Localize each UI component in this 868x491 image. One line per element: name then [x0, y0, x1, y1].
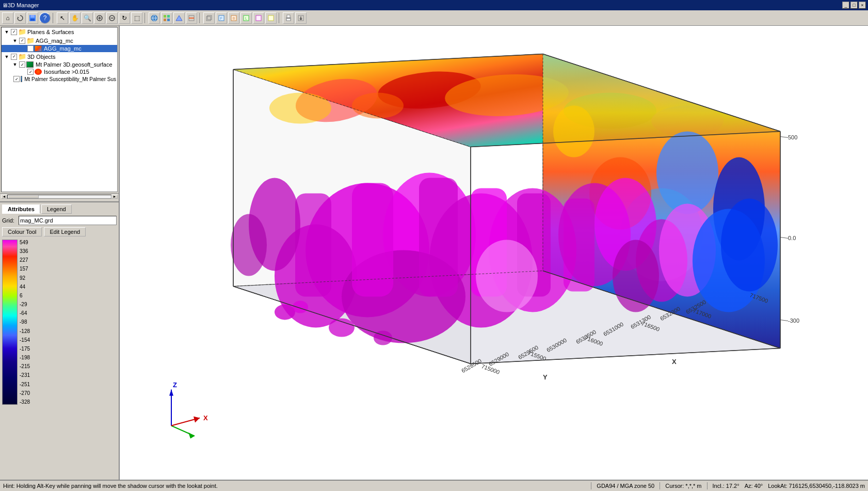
export-btn[interactable] [295, 12, 307, 24]
tree-item-agg1[interactable]: ▼ 📁 AGG_mag_mc [2, 36, 117, 45]
legend-val-1: 336 [20, 248, 30, 254]
svg-point-81 [721, 199, 778, 292]
edit-legend-btn[interactable]: Edit Legend [44, 227, 86, 236]
status-lookat: LookAt: 716125,6530450,-118.8023 m [768, 483, 865, 489]
checkbox-agg2[interactable] [27, 45, 34, 52]
tree-item-agg2[interactable]: AGG_mag_mc [2, 45, 117, 52]
help-btn[interactable]: ? [39, 12, 51, 24]
legend-val-11: -154 [20, 337, 30, 343]
tree-item-susceptibility[interactable]: Mt Palmer Susceptibility_Mt Palmer Sus [2, 75, 117, 83]
folder-planes-icon: 📁 [18, 28, 26, 36]
tree-item-mtpalmer[interactable]: ▼ Mt Palmer 3D.geosoft_surface [2, 61, 117, 68]
tab-legend[interactable]: Legend [41, 204, 72, 214]
grid-input[interactable] [19, 216, 117, 225]
app-icon: 🖥 [2, 2, 8, 8]
sep1 [53, 13, 55, 23]
svg-rect-3 [30, 19, 35, 21]
minimize-btn[interactable]: _ [842, 2, 849, 9]
svg-point-74 [329, 319, 355, 337]
rotate-btn[interactable]: ↻ [119, 12, 130, 24]
back-btn[interactable]: B [228, 12, 239, 24]
h-scrollbar[interactable]: ◄ ► [0, 193, 119, 199]
svg-point-69 [231, 214, 267, 276]
surface-btn[interactable] [173, 12, 185, 24]
status-incl: Incl.: 17.2° [713, 483, 740, 489]
refresh-btn[interactable] [14, 12, 26, 24]
window-controls[interactable]: _ □ × [842, 2, 866, 9]
maximize-btn[interactable]: □ [850, 2, 858, 9]
mtpalmer-label: Mt Palmer 3D.geosoft_surface [36, 61, 112, 68]
status-divider-2 [660, 482, 660, 489]
grid-btn[interactable] [161, 12, 172, 24]
checkbox-planes[interactable] [11, 29, 17, 35]
tree-area[interactable]: ▼ 📁 Planes & Surfaces ▼ 📁 AGG_mag_mc AGG… [1, 27, 118, 192]
svg-text:-300: -300 [788, 318, 799, 324]
svg-rect-12 [164, 15, 166, 18]
view-area[interactable]: 500 0.0 -300 6528500 6529000 6529500 653… [120, 26, 868, 480]
plane-icon [35, 45, 42, 52]
zoom-in-btn[interactable] [94, 12, 105, 24]
slice-btn[interactable] [186, 12, 197, 24]
scroll-right-btn[interactable]: ► [111, 195, 118, 199]
close-btn[interactable]: × [859, 2, 866, 9]
expand-iso-icon [20, 69, 26, 75]
left-panel: ▼ 📁 Planes & Surfaces ▼ 📁 AGG_mag_mc AGG… [0, 26, 120, 480]
tab-attributes[interactable]: Attributes [2, 204, 40, 214]
legend-val-4: 92 [20, 275, 30, 281]
svg-rect-14 [164, 19, 166, 21]
checkbox-iso[interactable] [27, 69, 34, 75]
legend-val-16: -251 [20, 382, 30, 387]
svg-point-76 [476, 240, 538, 312]
svg-point-54 [553, 106, 594, 157]
iso-icon [35, 69, 42, 75]
svg-rect-19 [206, 17, 211, 21]
svg-point-72 [275, 305, 295, 320]
zoom-out-btn[interactable] [106, 12, 118, 24]
box-btn[interactable] [203, 12, 215, 24]
svg-text:B: B [233, 17, 235, 20]
surface-icon [26, 61, 34, 68]
print-btn[interactable] [283, 12, 294, 24]
colour-tool-btn[interactable]: Colour Tool [2, 227, 42, 236]
front-btn[interactable]: F [216, 12, 227, 24]
svg-rect-31 [286, 19, 291, 21]
hand-btn[interactable]: ✋ [69, 12, 81, 24]
status-bar: Hint: Holding Alt-Key while panning will… [0, 480, 868, 491]
legend-val-0: 549 [20, 240, 30, 245]
checkbox-3d[interactable] [11, 54, 17, 60]
agg1-label: AGG_mag_mc [36, 38, 73, 44]
svg-rect-20 [207, 15, 212, 20]
sep3 [199, 13, 201, 23]
svg-text:X: X [672, 358, 677, 366]
svg-text:F: F [220, 17, 222, 20]
cursor-btn[interactable]: ↖ [57, 12, 68, 24]
left-btn[interactable]: L [240, 12, 252, 24]
select-btn[interactable]: ⬚ [131, 12, 142, 24]
legend-labels: 549 336 227 157 92 44 6 -29 -64 -98 -128… [20, 240, 30, 405]
zoom-window-btn[interactable]: 🔍 [82, 12, 93, 24]
svg-text:Y: Y [543, 373, 548, 381]
checkbox-susc[interactable] [13, 76, 20, 82]
h-scroll-thumb[interactable] [8, 195, 39, 198]
expand-mtpalmer-icon: ▼ [12, 61, 18, 68]
home-btn[interactable]: ⌂ [2, 12, 13, 24]
tree-section-3d[interactable]: ▼ 📁 3D Objects [2, 52, 117, 61]
window-title: 3D Manager [8, 2, 842, 8]
planes-label: Planes & Surfaces [27, 29, 74, 35]
legend-val-10: -128 [20, 328, 30, 334]
h-scroll-track[interactable] [7, 195, 111, 199]
globe-btn[interactable] [149, 12, 160, 24]
top-btn[interactable] [265, 12, 277, 24]
susc-label: Mt Palmer Susceptibility_Mt Palmer Sus [24, 76, 116, 82]
tree-section-planes[interactable]: ▼ 📁 Planes & Surfaces [2, 27, 117, 36]
save-btn[interactable] [27, 12, 38, 24]
svg-rect-63 [352, 183, 393, 297]
right-btn[interactable] [253, 12, 264, 24]
scroll-left-btn[interactable]: ◄ [1, 195, 7, 199]
expand-3d-icon: ▼ [4, 54, 10, 60]
svg-marker-16 [176, 15, 182, 21]
checkbox-mtpalmer[interactable] [19, 61, 25, 68]
legend-area: 549 336 227 157 92 44 6 -29 -64 -98 -128… [2, 240, 117, 405]
tree-item-isosurface[interactable]: Isosurface >0.015 [2, 68, 117, 75]
checkbox-agg1[interactable] [19, 38, 25, 44]
